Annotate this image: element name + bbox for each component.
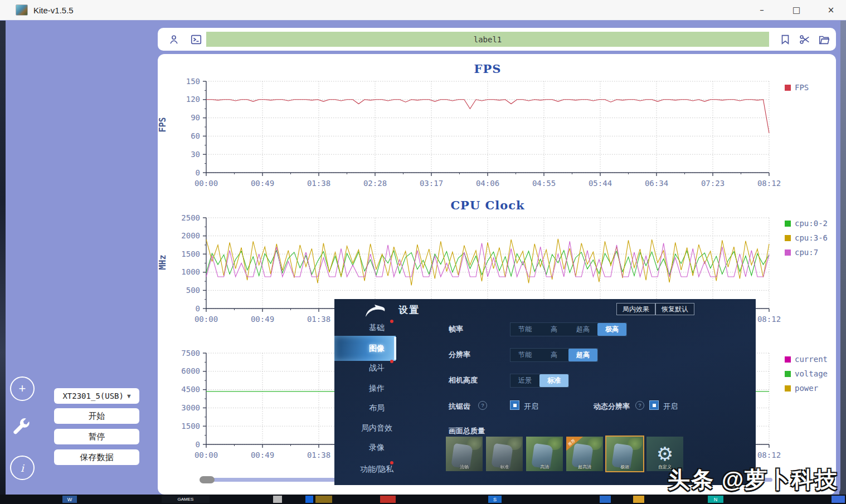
svg-text:08:12: 08:12 [757,451,781,459]
svg-text:00:00: 00:00 [195,179,218,188]
setting-label: 相机高度 [449,375,478,385]
window-title: Kite-v1.5.5 [33,6,74,15]
pause-button[interactable]: 暂停 [54,429,139,444]
start-button[interactable]: 开始 [54,408,139,424]
quality-thumb-label: 超高清 [566,464,603,470]
legend-label: cpu:7 [795,248,818,257]
toggle-label-antialias: 抗锯齿 [449,402,470,412]
power-legend: currentvoltagepower [785,355,828,393]
overlay-tab-7[interactable]: 录像 [350,443,403,453]
quality-thumb-2[interactable]: 标准 [486,437,523,471]
legend-item: current [785,355,828,364]
legend-label: cpu:0-2 [795,219,828,228]
cpu-legend: cpu:0-2cpu:3-6cpu:7 [785,219,828,257]
svg-text:04:06: 04:06 [476,179,499,188]
legend-item: cpu:3-6 [785,233,828,242]
taskbar-icon[interactable] [380,496,396,503]
setting-label: 帧率 [449,324,463,334]
scissors-icon[interactable] [799,33,811,46]
notification-dot [390,461,393,464]
legend-swatch [785,85,791,91]
chart-title-cpu: CPU Clock [206,198,769,212]
in-game-effects-button[interactable]: 局内效果 [616,303,655,315]
overlay-tab-6[interactable]: 局内音效 [350,423,403,433]
restore-defaults-button[interactable]: 恢复默认 [655,303,694,315]
bookmark-icon[interactable] [779,33,791,46]
quality-thumb-4[interactable]: 推荐超高清 [566,437,603,471]
legend-label: current [795,355,828,364]
minimize-button[interactable]: – [755,3,769,17]
back-icon[interactable] [363,304,388,320]
quality-thumb-1[interactable]: 流畅 [446,437,483,471]
overlay-tab-4[interactable]: 操作 [350,384,403,394]
taskbar-icon[interactable] [832,496,845,503]
quality-thumb-5[interactable]: 极致 [606,437,643,471]
quality-thumb-label: 极致 [606,464,643,470]
option-高[interactable]: 高 [539,323,568,336]
svg-text:08:12: 08:12 [757,179,781,188]
overlay-tab-5[interactable]: 布局 [350,403,403,413]
svg-text:03:17: 03:17 [420,179,443,188]
svg-text:00:00: 00:00 [195,451,218,459]
quality-thumb-3[interactable]: 高清 [526,437,563,471]
svg-text:1000: 1000 [181,267,200,276]
add-button[interactable]: + [10,376,35,401]
fps-chart: 030609012015000:0000:4901:3802:2803:1704… [159,61,789,195]
svg-text:02:28: 02:28 [363,179,387,188]
option-超高[interactable]: 超高 [568,349,597,361]
antialias-checkbox[interactable] [510,400,519,410]
svg-text:60: 60 [191,131,200,140]
antialias-state: 开启 [524,402,538,412]
taskbar-icon[interactable] [305,496,313,503]
svg-text:07:23: 07:23 [701,179,725,188]
label-input[interactable]: label1 [206,32,769,47]
taskbar-icon[interactable] [315,496,332,503]
device-select[interactable]: XT2301_5(USB) ▼ [54,388,139,404]
option-超高[interactable]: 超高 [568,323,597,336]
dynres-state: 开启 [663,402,678,412]
svg-text:3000: 3000 [181,403,200,412]
taskbar-icon[interactable]: GAMES [162,496,210,503]
dynres-checkbox[interactable] [649,400,659,410]
taskbar-icon[interactable]: W [62,496,77,503]
option-节能[interactable]: 节能 [510,349,539,361]
info-button[interactable]: i [10,456,35,480]
save-data-button[interactable]: 保存数据 [54,449,139,465]
close-button[interactable]: × [824,3,838,17]
overlay-tab-2[interactable]: 图像 [350,344,403,354]
taskbar-icon[interactable] [600,496,611,503]
overlay-tab-1[interactable]: 基础 [350,323,403,333]
legend-swatch [785,235,791,241]
svg-text:04:55: 04:55 [532,179,556,188]
svg-text:150: 150 [186,77,200,86]
option-group-相机高度: 近景标准 [510,374,569,388]
help-icon[interactable]: ? [635,401,644,410]
quality-thumb-label: 高清 [526,464,563,470]
taskbar-icon[interactable]: S [488,496,502,503]
user-icon[interactable] [168,33,180,46]
timeline-slider-handle[interactable] [200,476,215,483]
y-axis-label-fps: FPS [158,117,168,132]
overlay-tab-3[interactable]: 战斗 [350,363,403,373]
screen: Kite-v1.5.5 – □ × label1 FPS [0,0,846,504]
taskbar-icon[interactable] [633,496,644,503]
settings-wrench-button[interactable] [10,415,32,440]
svg-text:01:38: 01:38 [307,179,330,188]
svg-text:00:49: 00:49 [251,315,274,324]
taskbar-icon[interactable] [273,496,282,503]
help-icon[interactable]: ? [478,401,487,410]
svg-text:4500: 4500 [181,385,200,394]
overlay-tab-8[interactable]: 功能/隐私 [350,464,403,474]
option-近景[interactable]: 近景 [510,374,539,387]
option-标准[interactable]: 标准 [539,374,568,387]
option-节能[interactable]: 节能 [510,323,539,336]
taskbar-icon[interactable]: N [708,496,723,503]
legend-swatch [785,371,791,377]
option-极高[interactable]: 极高 [597,323,626,336]
maximize-button[interactable]: □ [789,3,804,17]
svg-text:120: 120 [186,95,200,104]
terminal-icon[interactable] [190,33,202,46]
option-高[interactable]: 高 [539,349,568,361]
open-folder-icon[interactable] [818,33,830,46]
quality-label: 画面总质量 [449,426,485,436]
